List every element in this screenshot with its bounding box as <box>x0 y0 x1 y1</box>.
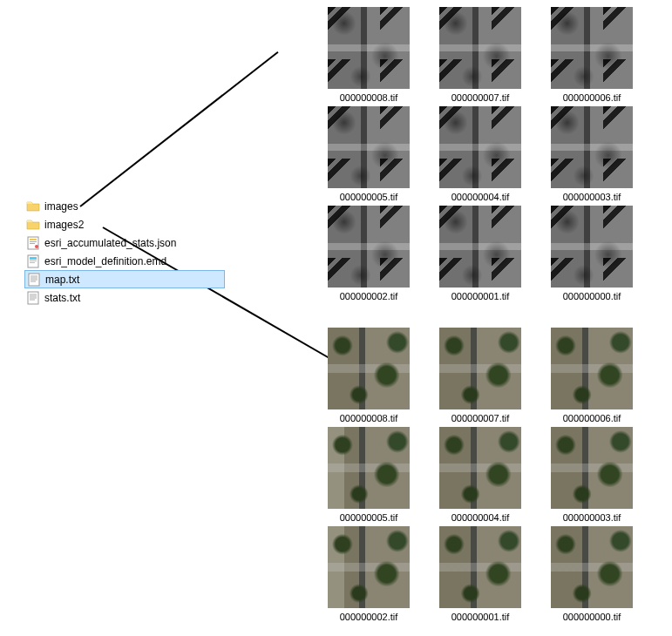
thumbnail-grid-images2: 000000008.tif 000000007.tif 000000006.ti… <box>318 328 642 622</box>
svg-rect-8 <box>30 262 35 263</box>
thumbnail-item[interactable]: 000000003.tif <box>541 427 642 523</box>
thumbnail-item[interactable]: 000000000.tif <box>541 206 642 301</box>
json-file-icon <box>26 236 40 250</box>
thumbnail-label: 000000002.tif <box>340 612 398 622</box>
txt-file-icon <box>27 273 41 287</box>
tif-thumbnail <box>551 526 633 608</box>
tif-thumbnail <box>439 206 521 288</box>
svg-point-4 <box>35 245 38 248</box>
tif-thumbnail <box>439 7 521 89</box>
svg-rect-3 <box>30 243 35 244</box>
file-esri-model-emd[interactable]: esri_model_definition.emd <box>24 252 225 270</box>
thumbnail-label: 000000006.tif <box>563 92 621 103</box>
tif-thumbnail <box>439 328 521 409</box>
thumbnail-label: 000000007.tif <box>451 92 510 103</box>
tif-thumbnail <box>328 106 410 188</box>
file-label: esri_model_definition.emd <box>44 255 166 267</box>
thumbnail-label: 000000008.tif <box>340 413 398 423</box>
tif-thumbnail <box>551 7 633 89</box>
thumbnail-item[interactable]: 000000005.tif <box>318 106 419 202</box>
tif-thumbnail <box>439 526 521 608</box>
file-list: images images2 esri_accumulated_stats.js… <box>24 197 225 307</box>
thumbnail-label: 000000000.tif <box>563 612 621 622</box>
tif-thumbnail <box>439 106 521 188</box>
file-label: esri_accumulated_stats.json <box>44 237 176 249</box>
thumbnail-label: 000000007.tif <box>451 413 510 423</box>
svg-rect-2 <box>30 241 37 242</box>
tif-thumbnail <box>328 427 410 509</box>
thumbnail-label: 000000002.tif <box>340 291 398 301</box>
thumbnail-label: 000000003.tif <box>563 192 621 202</box>
thumbnail-label: 000000006.tif <box>563 413 621 423</box>
file-label: map.txt <box>45 274 79 286</box>
file-map-txt[interactable]: map.txt <box>24 270 225 288</box>
thumbnail-label: 000000000.tif <box>563 291 621 301</box>
thumbnail-label: 000000004.tif <box>451 512 510 523</box>
emd-file-icon <box>26 254 40 268</box>
thumbnail-item[interactable]: 000000001.tif <box>430 526 531 622</box>
thumbnail-item[interactable]: 000000008.tif <box>318 7 419 103</box>
tif-thumbnail <box>328 328 410 409</box>
svg-rect-6 <box>30 257 37 260</box>
folder-images2[interactable]: images2 <box>24 215 225 233</box>
file-label: images2 <box>44 219 84 231</box>
file-stats-txt[interactable]: stats.txt <box>24 288 225 307</box>
thumbnail-label: 000000004.tif <box>451 192 510 202</box>
svg-rect-1 <box>30 239 37 240</box>
folder-icon <box>26 218 40 232</box>
file-label: images <box>44 200 78 213</box>
thumbnail-item[interactable]: 000000007.tif <box>430 7 531 103</box>
tif-thumbnail <box>439 427 521 509</box>
thumbnail-item[interactable]: 000000001.tif <box>430 206 531 301</box>
thumbnail-item[interactable]: 000000004.tif <box>430 427 531 523</box>
thumbnail-item[interactable]: 000000006.tif <box>541 328 642 423</box>
thumbnail-grid-images: 000000008.tif 000000007.tif 000000006.ti… <box>318 7 642 301</box>
thumbnail-label: 000000008.tif <box>340 92 398 103</box>
thumbnail-item[interactable]: 000000002.tif <box>318 526 419 622</box>
thumbnail-label: 000000005.tif <box>340 512 398 523</box>
thumbnail-item[interactable]: 000000002.tif <box>318 206 419 301</box>
txt-file-icon <box>26 291 40 305</box>
thumbnail-label: 000000001.tif <box>451 612 510 622</box>
tif-thumbnail <box>328 526 410 608</box>
tif-thumbnail <box>328 206 410 288</box>
tif-thumbnail <box>328 7 410 89</box>
thumbnail-label: 000000003.tif <box>563 512 621 523</box>
tif-thumbnail <box>551 328 633 409</box>
connector-line-top <box>79 51 278 207</box>
tif-thumbnail <box>551 427 633 509</box>
file-label: stats.txt <box>44 292 80 304</box>
thumbnail-item[interactable]: 000000006.tif <box>541 7 642 103</box>
thumbnail-item[interactable]: 000000008.tif <box>318 328 419 423</box>
thumbnail-item[interactable]: 000000000.tif <box>541 526 642 622</box>
folder-images[interactable]: images <box>24 197 225 215</box>
thumbnail-item[interactable]: 000000004.tif <box>430 106 531 202</box>
thumbnail-item[interactable]: 000000005.tif <box>318 427 419 523</box>
tif-thumbnail <box>551 106 633 188</box>
tif-thumbnail <box>551 206 633 288</box>
thumbnail-label: 000000001.tif <box>451 291 510 301</box>
file-esri-stats-json[interactable]: esri_accumulated_stats.json <box>24 233 225 252</box>
thumbnail-item[interactable]: 000000007.tif <box>430 328 531 423</box>
thumbnail-item[interactable]: 000000003.tif <box>541 106 642 202</box>
folder-icon <box>26 200 40 213</box>
svg-rect-7 <box>30 260 37 261</box>
thumbnail-label: 000000005.tif <box>340 192 398 202</box>
